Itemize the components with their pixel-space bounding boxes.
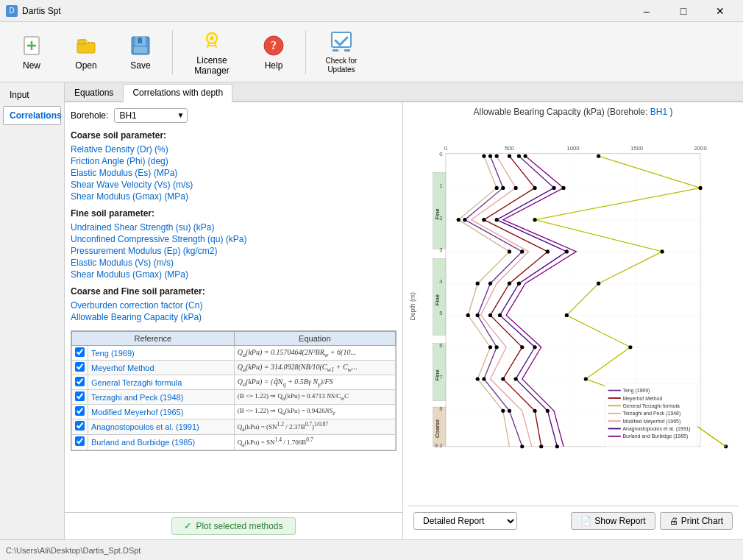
toolbar-separator-2 xyxy=(305,30,306,74)
row7-reference[interactable]: Burland and Burbidge (1985) xyxy=(88,434,235,450)
row4-checkbox[interactable] xyxy=(75,391,85,401)
svg-rect-17 xyxy=(333,49,338,52)
svg-text:Depth (m): Depth (m) xyxy=(409,292,416,321)
svg-point-97 xyxy=(514,186,518,190)
svg-point-58 xyxy=(463,218,466,221)
status-path: C:\Users\Ali\Desktop\Dartis_Spt.DSpt xyxy=(6,546,141,555)
param-undrained-shear[interactable]: Undrained Shear Strength (su) (kPa) xyxy=(71,221,397,233)
svg-point-105 xyxy=(514,377,518,380)
plot-check-icon: ✓ xyxy=(184,521,191,531)
svg-point-82 xyxy=(628,345,632,349)
chart-area: Fine Fine Fine Coarse 0 xyxy=(408,120,739,506)
param-overburden[interactable]: Overburden correction factor (Cn) xyxy=(71,300,397,311)
row3-checkbox[interactable] xyxy=(75,377,85,386)
plot-label: Plot selected methods xyxy=(196,521,282,531)
param-shear-modulus-gmax-fine[interactable]: Shear Modulus (Gmax) (MPa) xyxy=(71,269,397,280)
svg-point-98 xyxy=(517,155,521,158)
maximize-button[interactable]: □ xyxy=(666,0,700,22)
param-elastic-modulus-es[interactable]: Elastic Modulus (Es) (MPa) xyxy=(71,167,397,179)
svg-text:?: ? xyxy=(271,39,277,52)
svg-point-87 xyxy=(482,155,486,158)
row4-reference[interactable]: Terzaghi and Peck (1948) xyxy=(88,390,235,405)
correlations-depth-tab[interactable]: Correlations with depth xyxy=(123,84,232,102)
print-chart-label: Print Chart xyxy=(681,516,723,526)
save-label: Save xyxy=(130,60,150,71)
param-shear-wave-vs[interactable]: Shear Wave Velocity (Vs) (m/s) xyxy=(71,179,397,191)
row1-reference[interactable]: Teng (1969) xyxy=(88,346,235,361)
svg-point-96 xyxy=(495,155,499,158)
title-bar: D Dartis Spt – □ ✕ xyxy=(0,0,743,22)
equations-tab[interactable]: Equations xyxy=(65,84,123,101)
coarse-params-title: Coarse soil parameter: xyxy=(71,130,397,141)
minimize-button[interactable]: – xyxy=(630,0,664,22)
help-button[interactable]: ? Help xyxy=(248,26,299,78)
report-select[interactable]: Detailed Report Summary Report Full Repo… xyxy=(413,512,517,530)
svg-point-66 xyxy=(508,155,511,158)
new-button[interactable]: New xyxy=(6,26,57,78)
show-report-button[interactable]: 📄 Show Report xyxy=(571,512,655,530)
report-icon: 📄 xyxy=(580,516,591,526)
row3-reference[interactable]: General Terzaghi formula xyxy=(88,375,235,390)
param-elastic-vs[interactable]: Elastic Modulus (Vs) (m/s) xyxy=(71,257,397,269)
svg-rect-8 xyxy=(134,47,147,53)
correlations-tab[interactable]: Correlations xyxy=(3,106,61,125)
new-label: New xyxy=(23,60,40,71)
row6-checkbox[interactable] xyxy=(75,421,85,430)
param-shear-modulus-gmax-coarse[interactable]: Shear Modulus (Gmax) (MPa) xyxy=(71,191,397,202)
row6-reference[interactable]: Anagnostopoulos et al. (1991) xyxy=(88,419,235,435)
borehole-select[interactable]: BH1 BH2 xyxy=(114,108,188,123)
reference-table-container: Reference Equation Teng (1969) Qa(kPu) =… xyxy=(71,330,397,451)
svg-text:Terzaghi and Peck (1948): Terzaghi and Peck (1948) xyxy=(623,411,681,417)
check-updates-button[interactable]: Check for Updates xyxy=(312,26,371,78)
row7-checkbox[interactable] xyxy=(75,436,85,446)
svg-point-10 xyxy=(210,36,214,40)
svg-point-72 xyxy=(520,345,524,349)
save-button[interactable]: Save xyxy=(115,26,166,78)
open-button[interactable]: Open xyxy=(60,26,112,78)
svg-point-56 xyxy=(488,155,492,158)
print-chart-button[interactable]: 🖨 Print Chart xyxy=(660,512,733,530)
svg-point-78 xyxy=(533,218,536,221)
row3-equation: Qa(kPu) = (q̄Nq + 0.5Bγ Nγ)/FS xyxy=(234,375,395,390)
param-pressuremeter[interactable]: Pressurement Modulus (Ep) (kg/cm2) xyxy=(71,245,397,257)
svg-text:6: 6 xyxy=(439,342,442,349)
row5-reference[interactable]: Modified Meyerhof (1965) xyxy=(88,405,235,419)
svg-text:5: 5 xyxy=(439,310,442,316)
printer-icon: 🖨 xyxy=(669,516,678,526)
row5-checkbox[interactable] xyxy=(75,406,85,416)
svg-point-83 xyxy=(584,377,588,380)
svg-point-94 xyxy=(476,377,480,380)
param-friction-angle[interactable]: Friction Angle (Phi) (deg) xyxy=(71,155,397,167)
input-tab[interactable]: Input xyxy=(3,85,61,104)
check-updates-label: Check for Updates xyxy=(313,57,370,74)
toolbar: New Open Save xyxy=(0,22,743,82)
plot-methods-button[interactable]: ✓ Plot selected methods xyxy=(171,517,295,535)
row7-equation: Qa(kPu) = SN1.4 / 1.706B0.7 xyxy=(234,434,395,450)
svg-rect-7 xyxy=(138,38,142,43)
svg-point-77 xyxy=(698,186,702,190)
svg-point-65 xyxy=(520,444,524,448)
svg-text:2000: 2000 xyxy=(694,145,707,152)
row1-checkbox[interactable] xyxy=(75,347,85,357)
svg-point-107 xyxy=(555,444,559,448)
svg-point-90 xyxy=(508,249,511,253)
chart-title: Allowable Bearing Capacity (kPa) (Boreho… xyxy=(408,107,739,117)
param-allowable-bearing[interactable]: Allowable Bearing Capacity (kPa) xyxy=(71,311,397,323)
svg-point-95 xyxy=(501,409,505,413)
inner-tab-bar: Equations Correlations with depth xyxy=(65,82,743,102)
row2-reference[interactable]: Meyerhof Method xyxy=(88,361,235,375)
row4-equation: (B <= 1.22) ⇒ Qa(kPu) = 0.4713 NS/CwC xyxy=(234,390,395,405)
svg-point-100 xyxy=(495,218,499,221)
table-row: Terzaghi and Peck (1948) (B <= 1.22) ⇒ Q… xyxy=(72,390,396,405)
help-label: Help xyxy=(265,60,283,71)
row2-equation: Qa(kPu) = 314.0928(NB/10(Cw1 + Cw... xyxy=(234,361,395,375)
svg-text:Teng (1969): Teng (1969) xyxy=(623,388,650,394)
param-unconfined-compressive[interactable]: Unconfined Compressive Strength (qu) (kP… xyxy=(71,233,397,245)
close-button[interactable]: ✕ xyxy=(703,0,737,22)
license-button[interactable]: License Manager xyxy=(179,26,245,78)
toolbar-separator-1 xyxy=(172,30,173,74)
param-relative-density[interactable]: Relative Density (Dr) (%) xyxy=(71,143,397,155)
chart-svg: Fine Fine Fine Coarse 0 xyxy=(408,120,739,506)
svg-point-106 xyxy=(546,409,550,413)
row2-checkbox[interactable] xyxy=(75,362,85,372)
